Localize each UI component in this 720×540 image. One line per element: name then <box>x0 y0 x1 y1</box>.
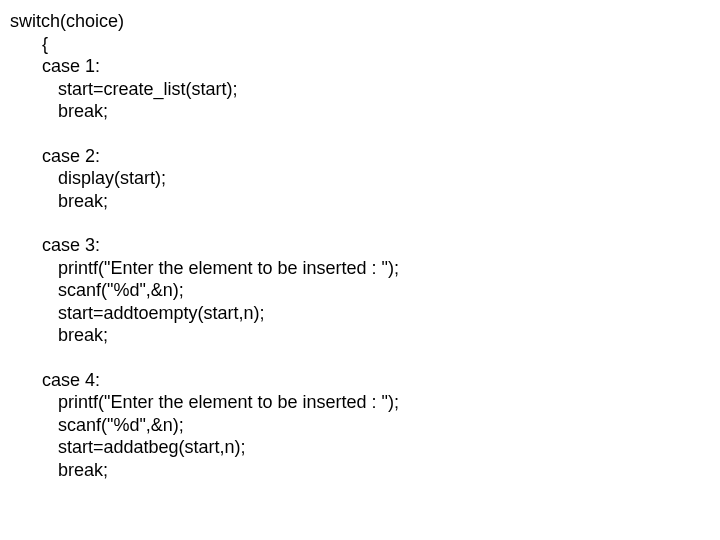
blank-line <box>10 123 720 145</box>
code-line: printf("Enter the element to be inserted… <box>10 391 720 414</box>
blank-line <box>10 212 720 234</box>
code-line: start=addtoempty(start,n); <box>10 302 720 325</box>
code-line: { <box>10 33 720 56</box>
code-line: case 3: <box>10 234 720 257</box>
code-slide: switch(choice) { case 1: start=create_li… <box>0 0 720 481</box>
blank-line <box>10 347 720 369</box>
code-line: break; <box>10 459 720 482</box>
code-line: printf("Enter the element to be inserted… <box>10 257 720 280</box>
code-line: break; <box>10 190 720 213</box>
code-line: start=addatbeg(start,n); <box>10 436 720 459</box>
code-line: scanf("%d",&n); <box>10 279 720 302</box>
code-line: break; <box>10 324 720 347</box>
code-line: break; <box>10 100 720 123</box>
code-line: case 4: <box>10 369 720 392</box>
code-line: switch(choice) <box>10 10 720 33</box>
code-line: start=create_list(start); <box>10 78 720 101</box>
code-line: scanf("%d",&n); <box>10 414 720 437</box>
code-line: display(start); <box>10 167 720 190</box>
code-line: case 2: <box>10 145 720 168</box>
code-line: case 1: <box>10 55 720 78</box>
